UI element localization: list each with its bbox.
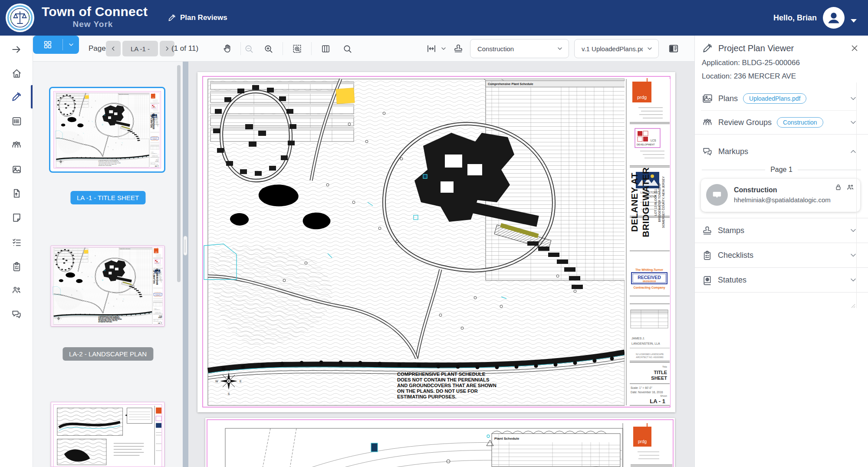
thumbnail-panel: LA -1 - TITLE SHEET LA-2 - LANDSCAPE PLA…: [33, 62, 183, 467]
thumbnail-scrollbar[interactable]: [177, 65, 181, 282]
panel-toggle-button[interactable]: [666, 41, 681, 56]
sidebar-item-checklists[interactable]: [7, 257, 26, 276]
chevron-down-icon[interactable]: [63, 41, 79, 48]
close-icon[interactable]: [850, 43, 859, 53]
review-groups-icon: [702, 117, 713, 128]
image-icon: [11, 164, 22, 175]
pan-hand-button[interactable]: [220, 41, 235, 56]
statutes-label: Statutes: [718, 276, 746, 285]
active-nav-indicator: [31, 85, 33, 109]
brand-title: Town of Connect: [42, 4, 144, 19]
image-icon: [702, 93, 713, 104]
stamp-button[interactable]: [450, 41, 466, 56]
stamps-label: Stamps: [718, 226, 744, 235]
thumbnail-view-button[interactable]: [33, 36, 79, 54]
sidebar-item-plan-reviews[interactable]: [7, 87, 26, 106]
thumbnail-art-3: [51, 402, 164, 467]
sidebar-item-records[interactable]: [7, 112, 26, 131]
sidebar-item-review-groups[interactable]: [7, 135, 26, 155]
section-statutes[interactable]: Statutes: [695, 268, 868, 292]
doc-list-icon: [11, 116, 22, 127]
page-count: (1 of 11): [171, 36, 198, 62]
thumbnail-art-2: [51, 246, 164, 326]
page-header-label: Page 1: [770, 166, 792, 174]
location-address: Location: 236 MERCER AVE: [695, 72, 868, 81]
brand: Town of Connect New York: [42, 4, 144, 29]
sidebar-item-images[interactable]: [7, 160, 26, 179]
review-group-select[interactable]: Construction: [470, 39, 569, 58]
checklists-label: Checklists: [718, 251, 753, 260]
sidebar-item-people[interactable]: [7, 281, 26, 300]
thumbnail-page-1[interactable]: [49, 87, 165, 173]
panel-resize-handle[interactable]: [183, 236, 187, 256]
chevron-down-icon: [556, 45, 563, 52]
panel-resize-corner[interactable]: [849, 302, 855, 308]
panel-resize-gutter: [183, 62, 188, 467]
zoom-out-button[interactable]: [241, 41, 256, 56]
comment-icon: [711, 189, 723, 201]
version-select[interactable]: v.1 UploadedPlans.pdf: [574, 39, 659, 58]
plan-page-1: [197, 72, 675, 412]
section-stamps[interactable]: Stamps: [695, 218, 868, 243]
plan-page-2: [205, 418, 675, 467]
file-upload-icon: [11, 188, 22, 199]
section-markups[interactable]: Markups: [695, 140, 868, 163]
thumbnail-label-1[interactable]: LA -1 - TITLE SHEET: [70, 191, 145, 204]
plan-sheet-2-art: [205, 418, 675, 467]
section-plans[interactable]: Plans UploadedPlans.pdf: [695, 87, 868, 110]
sidebar-item-file-upload[interactable]: [7, 184, 26, 203]
markup-card[interactable]: Construction hhelminiak@spatialdatalogic…: [701, 179, 860, 212]
project-plan-viewer-panel: Project Plan Viewer Application: BLDG-25…: [694, 36, 868, 467]
plans-label: Plans: [718, 94, 738, 103]
user-avatar[interactable]: [823, 7, 845, 29]
plans-badge: UploadedPlans.pdf: [743, 93, 806, 104]
markup-group-name: Construction: [734, 186, 831, 194]
lock-icon: [834, 183, 842, 191]
sidebar-item-home[interactable]: [7, 64, 26, 83]
group-visibility-icon: [846, 183, 855, 192]
clipboard-icon: [11, 261, 22, 272]
brand-subtitle: New York: [42, 20, 144, 29]
page-layout-columns-button[interactable]: [318, 41, 333, 56]
statutes-book-icon: [702, 275, 713, 286]
section-checklists[interactable]: Checklists: [695, 243, 868, 267]
user-menu-caret-icon[interactable]: [851, 19, 857, 23]
fit-width-button[interactable]: [424, 41, 439, 56]
grid-view-icon: [33, 40, 62, 49]
plan-markup-icon: [702, 43, 713, 54]
page-label: Page: [89, 36, 106, 62]
marquee-zoom-button[interactable]: [289, 41, 305, 56]
panel-title: Project Plan Viewer: [718, 43, 845, 53]
sidebar-item-messages[interactable]: [7, 305, 26, 324]
markups-icon: [702, 146, 713, 157]
thumbnail-label-2[interactable]: LA-2 - LANDSCAPE PLAN: [62, 347, 153, 361]
chevron-down-icon: [646, 45, 653, 52]
search-button[interactable]: [339, 41, 355, 56]
viewer-toolbar: Page LA -1 - (1 of 11): [33, 36, 694, 62]
plan-markup-icon: [11, 91, 22, 102]
plan-reviews-icon: [168, 13, 176, 22]
zoom-in-button[interactable]: [260, 41, 276, 56]
people-icon: [11, 285, 22, 296]
review-groups-icon: [11, 139, 22, 151]
app-header: Town of Connect New York Plan Reviews He…: [0, 0, 868, 36]
markup-avatar: [706, 184, 728, 206]
tasks-checklist-icon: [11, 237, 22, 248]
arrow-right-icon: [11, 44, 22, 55]
sidebar-item-tasks[interactable]: [7, 233, 26, 252]
thumbnail-page-2[interactable]: [51, 246, 164, 326]
plan-sheet-art: [197, 72, 675, 412]
nav-plan-reviews[interactable]: Plan Reviews: [168, 0, 227, 36]
fit-width-chevron-icon[interactable]: [440, 45, 447, 52]
page-number-input[interactable]: LA -1 -: [122, 41, 158, 56]
section-review-groups[interactable]: Review Groups Construction: [695, 111, 868, 134]
thumbnail-page-3[interactable]: [51, 402, 164, 467]
markups-label: Markups: [718, 147, 748, 156]
page-prev-button[interactable]: [106, 41, 121, 56]
home-icon: [11, 68, 22, 79]
plan-viewer-canvas[interactable]: [188, 62, 694, 467]
application-number: Application: BLDG-25-000066: [695, 59, 868, 67]
review-groups-label: Review Groups: [718, 118, 772, 127]
sidebar-item-notes[interactable]: [7, 208, 26, 227]
sidebar-expand-button[interactable]: [7, 40, 26, 59]
